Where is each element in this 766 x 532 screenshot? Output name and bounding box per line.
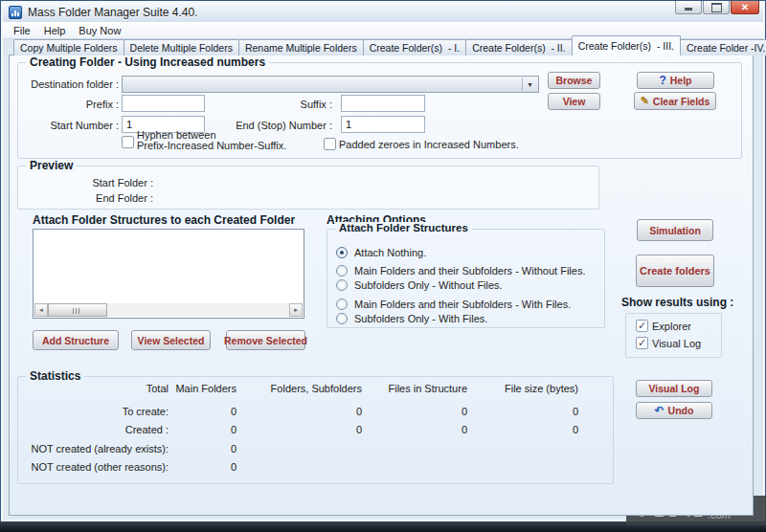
scrollbar-thumb[interactable]: [48, 303, 107, 317]
stat-cell: [362, 461, 467, 473]
radio-label: Main Folders and their Subfolders - With…: [354, 265, 586, 277]
radio-icon[interactable]: [336, 299, 348, 310]
window-controls: ✕: [674, 1, 759, 14]
chevron-down-icon[interactable]: ▾: [522, 78, 537, 91]
scroll-right-icon[interactable]: ▸: [289, 303, 303, 317]
help-button[interactable]: ? Help: [637, 72, 714, 89]
stat-cell: [467, 461, 578, 473]
tab-rename-multiple-folders[interactable]: Rename Multiple Folders: [238, 39, 364, 55]
brush-icon: ✎: [641, 95, 649, 107]
structures-listbox[interactable]: ◂ ▸: [33, 229, 304, 319]
preview-start-folder-label: Start Folder :: [19, 177, 153, 188]
stat-cell: 0: [169, 461, 237, 473]
simulation-label: Simulation: [649, 225, 701, 236]
view-selected-label: View Selected: [138, 335, 205, 346]
undo-button[interactable]: ↶ Undo: [636, 402, 712, 419]
stat-row-label: Created :: [22, 424, 169, 435]
browse-button-label: Browse: [556, 75, 593, 86]
clear-fields-button[interactable]: ✎ Clear Fields: [634, 92, 716, 110]
view-button[interactable]: View: [548, 93, 600, 110]
attach-folder-structures-group-title: Attach Folder Structures: [335, 222, 472, 233]
statistics-row-to-create: To create: 0 0 0 0: [22, 406, 609, 417]
undo-arrow-icon: ↶: [655, 404, 665, 417]
radio-attach-nothing[interactable]: Attach Nothing.: [336, 246, 426, 259]
preview-end-folder-label: End Folder :: [19, 192, 153, 204]
explorer-checkbox[interactable]: ✓: [636, 320, 648, 332]
stat-col-file-size: File size (bytes): [467, 383, 578, 394]
stat-col-files-in-structure: Files in Structure: [362, 383, 467, 394]
structures-horizontal-scrollbar[interactable]: ◂ ▸: [34, 303, 303, 317]
radio-label: Subfolders Only - Without Files.: [354, 279, 503, 291]
maximize-icon[interactable]: [703, 1, 730, 14]
scroll-left-icon[interactable]: ◂: [34, 303, 48, 317]
padded-zeroes-label: Padded zeroes in Increased Numbers.: [339, 139, 519, 150]
statistics-row-not-created-other: NOT created (other reasons): 0: [22, 461, 609, 473]
radio-label: Subfolders Only - With Files.: [354, 313, 487, 324]
create-folders-button[interactable]: Create folders: [636, 255, 714, 287]
suffix-label: Suffix :: [239, 99, 332, 110]
stat-cell: 0: [237, 424, 362, 435]
stat-col-folders-subfolders: Folders, Subfolders: [237, 383, 362, 394]
statistics-header-row: Total Main Folders Folders, Subfolders F…: [22, 383, 609, 394]
visual-log-button-label: Visual Log: [649, 383, 700, 394]
stat-cell: [362, 443, 467, 454]
start-number-label: Start Number :: [10, 120, 119, 131]
title-bar: Mass Folder Manager Suite 4.40.: [3, 3, 763, 22]
app-window: Mass Folder Manager Suite 4.40. ✕ File H…: [0, 0, 766, 522]
prefix-label: Prefix :: [10, 99, 119, 110]
radio-icon[interactable]: [336, 313, 348, 324]
remove-selected-button[interactable]: Remove Selected: [226, 330, 305, 350]
stat-cell: 0: [362, 406, 467, 417]
hyphen-checkbox[interactable]: [122, 136, 134, 148]
statistics-group: Statistics Total Main Folders Folders, S…: [17, 376, 614, 484]
stat-col-main-folders: Main Folders: [169, 383, 237, 394]
radio-main-subfolders-without-files[interactable]: Main Folders and their Subfolders - With…: [336, 264, 586, 277]
tab-create-folders-2[interactable]: Create Folder(s) - II.: [465, 39, 572, 55]
simulation-button[interactable]: Simulation: [637, 219, 713, 241]
view-selected-button[interactable]: View Selected: [131, 330, 211, 350]
radio-icon[interactable]: [336, 247, 348, 258]
tab-create-folders-4[interactable]: Create Folder -IV.: [680, 39, 766, 55]
tab-delete-multiple-folders[interactable]: Delete Multiple Folders: [124, 39, 239, 55]
view-button-label: View: [563, 96, 586, 107]
radio-subfolders-only-with-files[interactable]: Subfolders Only - With Files.: [336, 312, 487, 325]
preview-group-title: Preview: [26, 159, 77, 172]
tab-create-folders-1[interactable]: Create Folder(s) - I.: [363, 39, 467, 55]
minimize-icon[interactable]: [675, 1, 702, 14]
creating-folder-group-title: Creating Folder - Using Increased number…: [26, 55, 269, 69]
clear-fields-button-label: Clear Fields: [653, 96, 710, 107]
destination-folder-label: Destination folder :: [10, 78, 119, 90]
stat-cell: 0: [467, 406, 578, 417]
tab-copy-multiple-folders[interactable]: Copy Multiple Folders: [13, 39, 124, 55]
remove-selected-label: Remove Selected: [224, 335, 307, 346]
padded-zeroes-checkbox[interactable]: [324, 138, 336, 150]
browse-button[interactable]: Browse: [548, 72, 600, 89]
add-structure-label: Add Structure: [42, 335, 109, 346]
end-number-input[interactable]: [341, 116, 425, 133]
destination-folder-combobox[interactable]: ▾: [122, 76, 539, 93]
stat-cell: [467, 443, 578, 454]
tab-create-folders-3[interactable]: Create Folder(s) - III.: [572, 35, 681, 55]
radio-main-subfolders-with-files[interactable]: Main Folders and their Subfolders - With…: [336, 298, 571, 311]
add-structure-button[interactable]: Add Structure: [33, 330, 119, 350]
stat-cell: 0: [169, 406, 237, 417]
stat-cell: 0: [467, 424, 578, 435]
hyphen-checkbox-label: Hyphen between Prefix-Increased Number-S…: [137, 130, 286, 151]
visual-log-checkbox[interactable]: ✓: [636, 337, 648, 349]
stat-cell: [237, 461, 362, 473]
stat-row-label: NOT created (already exists):: [22, 443, 169, 454]
explorer-checkbox-label: Explorer: [652, 321, 691, 332]
radio-subfolders-only-without-files[interactable]: Subfolders Only - Without Files.: [336, 278, 503, 292]
stat-cell: 0: [362, 424, 467, 435]
statistics-row-not-created-exists: NOT created (already exists): 0: [22, 443, 609, 454]
radio-icon[interactable]: [336, 279, 348, 291]
stat-cell: 0: [237, 406, 362, 417]
prefix-input[interactable]: [122, 95, 205, 112]
create-folders-label: Create folders: [640, 265, 710, 277]
help-button-label: Help: [670, 75, 692, 86]
close-icon[interactable]: ✕: [731, 1, 759, 14]
visual-log-button[interactable]: Visual Log: [636, 380, 712, 397]
suffix-input[interactable]: [341, 95, 425, 112]
radio-icon[interactable]: [336, 265, 348, 277]
screenshot-root: Mass Folder Manager Suite 4.40. ✕ File H…: [0, 0, 766, 532]
